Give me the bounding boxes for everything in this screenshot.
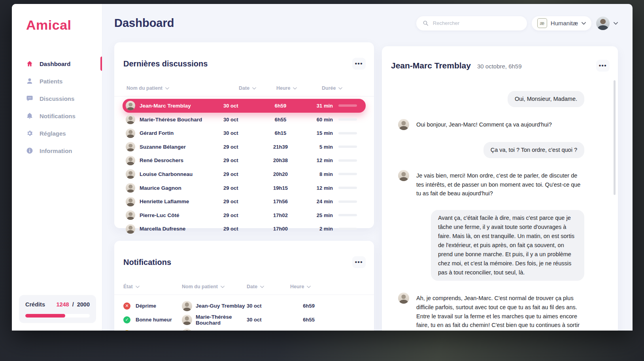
discussion-date: 29 oct xyxy=(220,212,258,218)
discussion-row[interactable]: Henriette Laflamme 29 oct 17h56 24 min xyxy=(123,195,366,208)
sidebar-item-settings[interactable]: Réglages xyxy=(12,125,102,142)
patient-name: Louise Charbonneau xyxy=(140,171,220,177)
patient-name: Maurice Gagnon xyxy=(140,185,220,191)
notification-row[interactable]: ! Anxiété Gérard Fortin 30 oct 6h15 xyxy=(123,327,315,331)
discussion-date: 29 oct xyxy=(220,226,258,232)
duration-bar-track xyxy=(338,228,357,230)
notification-date: 30 oct xyxy=(247,317,290,323)
discussion-row[interactable]: Pierre-Luc Côté 29 oct 17h02 25 min xyxy=(123,208,366,222)
chat-message-incoming: Oui bonjour, Jean-Marc! Comment ça va au… xyxy=(398,119,584,130)
sidebar-item-dashboard[interactable]: Dashboard xyxy=(12,55,102,72)
left-column: Dernières discussions ••• Nom du patient xyxy=(114,42,374,331)
discussions-card: Dernières discussions ••• Nom du patient xyxy=(114,42,374,228)
notifications-more-button[interactable]: ••• xyxy=(352,256,366,268)
search-input[interactable] xyxy=(432,20,521,26)
discussion-row[interactable]: Maurice Gagnon 29 oct 19h15 12 min xyxy=(123,181,366,195)
discussion-time: 6h59 xyxy=(258,103,303,109)
chevron-down-icon xyxy=(136,285,140,288)
chat-message-incoming: Ah, je comprends, Jean-Marc. C'est norma… xyxy=(398,293,584,331)
message-text: Ça va, toi ? Ton ordre, c'est quoi ? xyxy=(491,147,577,153)
column-header-time[interactable]: Heure xyxy=(290,284,315,289)
organization-selector[interactable]: æ Humanitæ xyxy=(532,16,591,30)
credits-used: 1248 xyxy=(56,301,69,308)
chat-more-button[interactable]: ••• xyxy=(596,60,610,72)
discussion-date: 29 oct xyxy=(220,171,258,177)
chevron-down-icon xyxy=(221,285,225,288)
chevron-down-icon xyxy=(252,87,256,90)
discussion-duration: 60 min xyxy=(303,117,333,123)
discussions-more-button[interactable]: ••• xyxy=(352,58,366,70)
sidebar-item-patients[interactable]: Patients xyxy=(12,72,102,90)
discussion-duration: 12 min xyxy=(303,157,333,163)
sidebar-item-notifications[interactable]: Notifications xyxy=(12,107,102,125)
discussion-row[interactable]: Jean-Marc Tremblay 30 oct 6h59 31 min xyxy=(123,99,366,113)
discussion-row[interactable]: Marcella Dufresne 29 oct 17h00 2 min xyxy=(123,222,366,236)
chevron-down-icon xyxy=(307,285,311,288)
chat-header: Jean-Marc Tremblay 30 octobre, 6h59 ••• xyxy=(391,54,618,77)
status-label: Bonne humeur xyxy=(136,317,182,323)
patient-avatar xyxy=(126,183,135,193)
chat-message-outgoing: Ça va, toi ? Ton ordre, c'est quoi ? xyxy=(483,142,584,158)
notification-row[interactable]: ✓ Bonne humeur Marie-Thérèse Bouchard 30… xyxy=(123,313,315,327)
discussion-row[interactable]: Marie-Thérèse Bouchard 30 oct 6h55 60 mi… xyxy=(123,113,366,127)
organization-name: Humanitæ xyxy=(551,20,578,26)
discussion-duration: 12 min xyxy=(303,185,333,191)
discussion-duration: 5 min xyxy=(303,144,333,150)
sidebar-item-label: Information xyxy=(40,147,72,154)
discussion-time: 17h02 xyxy=(258,212,303,218)
notification-date: 30 oct xyxy=(247,303,290,309)
column-header-date[interactable]: Date xyxy=(247,284,290,289)
credits-total: 2000 xyxy=(77,301,90,308)
topbar-controls: æ Humanitæ xyxy=(416,16,618,30)
discussion-date: 29 oct xyxy=(220,144,258,150)
patient-avatar xyxy=(126,142,135,151)
column-header-date[interactable]: Date xyxy=(239,85,276,91)
discussions-icon xyxy=(26,95,33,102)
discussion-time: 20h20 xyxy=(258,171,303,177)
message-text: Avant ça, c'était facile à dire, mais c'… xyxy=(438,215,574,275)
column-header-duration[interactable]: Durée xyxy=(322,85,365,91)
column-header-name[interactable]: Nom du patient xyxy=(127,85,239,91)
column-header-name[interactable]: Nom du patient xyxy=(182,284,247,289)
duration-bar-track xyxy=(338,146,357,148)
settings-icon xyxy=(26,130,33,137)
app-window: Amical Dashboard Patients xyxy=(12,4,633,331)
search-bar[interactable] xyxy=(416,16,527,30)
discussion-row[interactable]: Louise Charbonneau 29 oct 20h20 8 min xyxy=(123,167,366,181)
sidebar-item-label: Dashboard xyxy=(40,60,70,67)
notifications-table-header: État Nom du patient Date xyxy=(114,279,374,295)
discussion-row[interactable]: Suzanne Bélanger 29 oct 21h39 5 min xyxy=(123,140,366,154)
sidebar: Amical Dashboard Patients xyxy=(12,4,102,331)
sidebar-item-discussions[interactable]: Discussions xyxy=(12,90,102,107)
discussion-duration: 25 min xyxy=(303,212,333,218)
column-header-time[interactable]: Heure xyxy=(276,85,322,91)
patient-avatar xyxy=(126,156,135,165)
chat-patient-name: Jean-Marc Tremblay xyxy=(391,61,471,70)
discussion-time: 17h00 xyxy=(258,226,303,232)
chat-scrollbar[interactable] xyxy=(614,80,616,195)
discussion-time: 21h39 xyxy=(258,144,303,150)
discussion-duration: 15 min xyxy=(303,130,333,136)
patient-avatar xyxy=(126,210,135,220)
patient-name: Jean-Guy Tremblay xyxy=(196,303,247,309)
notification-row[interactable]: ✕ Déprime Jean-Guy Tremblay 30 oct 6h59 xyxy=(123,299,315,313)
discussions-table-header: Nom du patient Date Heure xyxy=(114,80,374,96)
duration-bar-track xyxy=(338,159,357,162)
chat-message-outgoing: Oui, Monsieur, Madame. xyxy=(508,91,584,107)
status-label: Déprime xyxy=(136,303,182,309)
discussion-date: 29 oct xyxy=(220,157,258,163)
duration-bar-track xyxy=(338,187,357,189)
chevron-down-icon xyxy=(614,22,618,25)
notifications-card: Notifications ••• État Nom du pati xyxy=(114,241,374,331)
discussion-row[interactable]: René Desrochers 29 oct 20h38 12 min xyxy=(123,154,366,168)
discussion-date: 30 oct xyxy=(220,117,258,123)
status-icon: ! xyxy=(123,330,130,331)
information-icon xyxy=(26,147,33,154)
patient-avatar xyxy=(126,169,135,179)
sidebar-item-information[interactable]: Information xyxy=(12,142,102,159)
user-menu[interactable] xyxy=(596,17,618,30)
discussion-row[interactable]: Gérard Fortin 30 oct 6h15 15 min xyxy=(123,126,366,140)
discussion-time: 17h56 xyxy=(258,198,303,204)
credits-values: 1248 / 2000 xyxy=(56,301,90,308)
column-header-status[interactable]: État xyxy=(123,284,182,289)
